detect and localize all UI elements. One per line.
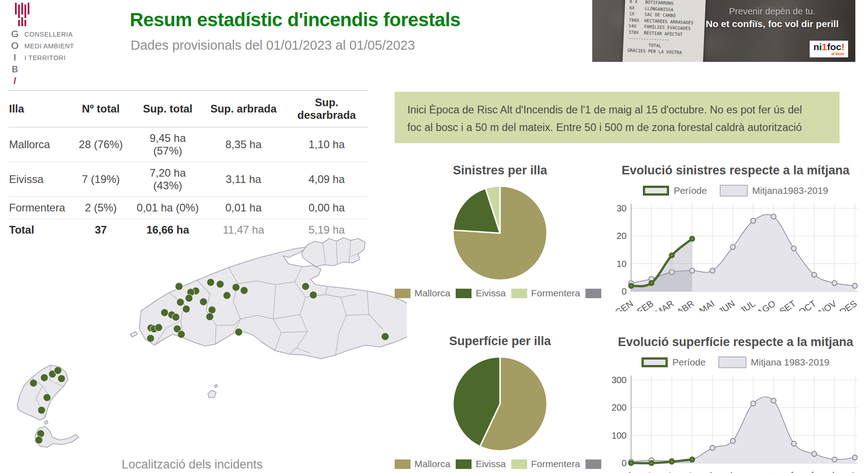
incident-dot-mallorca bbox=[206, 313, 214, 321]
svg-text:0: 0 bbox=[622, 286, 627, 296]
mean-area bbox=[631, 397, 855, 463]
svg-text:DES: DES bbox=[838, 470, 859, 473]
legend-item-Formentera: Formentera bbox=[511, 459, 580, 469]
col-illa: Illa bbox=[8, 91, 68, 127]
incident-dot-mallorca bbox=[235, 328, 243, 336]
table-row-eivissa: Eivissa 7 (19%) 7,20 ha (43%) 3,11 ha 4,… bbox=[8, 162, 368, 197]
legend-label: Formentera bbox=[531, 459, 580, 469]
svg-text:200: 200 bbox=[612, 403, 627, 412]
legend-swatch bbox=[718, 356, 746, 368]
incident-dot-mallorca bbox=[382, 333, 389, 341]
incident-dot-mallorca bbox=[223, 292, 231, 300]
legend-swatch bbox=[395, 459, 410, 469]
legend-item-Mallorca: Mallorca bbox=[395, 459, 450, 469]
svg-text:GEN: GEN bbox=[613, 298, 635, 311]
pie-superficie-block: Superfície per illa MallorcaEivissaForme… bbox=[398, 334, 602, 469]
line-superficie-legend: PeríodeMitjana 1983-2019 bbox=[605, 356, 866, 368]
banner-slogan: Prevenir depèn de tu. No et confiïs, foc… bbox=[700, 6, 844, 29]
legend-item-Eivissa: Eivissa bbox=[456, 459, 506, 469]
legend-item-Mallorca: Mallorca bbox=[395, 288, 450, 299]
dragonera-outline bbox=[130, 332, 137, 337]
incident-dot-mallorca bbox=[200, 298, 208, 306]
incident-dot-mallorca bbox=[175, 283, 183, 290]
svg-text:MAI: MAI bbox=[698, 470, 717, 473]
pie-superficie-legend: MallorcaEivissaFormentera bbox=[398, 459, 602, 469]
goib-flag-icon bbox=[14, 3, 35, 27]
legend-swatch bbox=[642, 357, 668, 367]
legend-item-Formentera: Formentera bbox=[511, 288, 580, 299]
line-superficie-chart: 0100200300GENFEBMARABRMAIJUNJULAGOSETOCT… bbox=[605, 370, 861, 473]
dashboard-page: G O I B / CONSELLERIA MEDI AMBIENT I TER… bbox=[0, 0, 868, 473]
table-row-mallorca: Mallorca 28 (76%) 9,45 ha (57%) 8,35 ha … bbox=[8, 127, 368, 162]
svg-text:AGO: AGO bbox=[755, 470, 777, 473]
legend-label: Eivissa bbox=[476, 459, 506, 469]
incident-dot-mallorca bbox=[177, 299, 184, 306]
col-sup-total: Sup. total bbox=[134, 91, 202, 127]
svg-text:NOV: NOV bbox=[816, 298, 839, 311]
svg-text:MAR: MAR bbox=[653, 298, 675, 311]
legend-item-Mitjana1983-2019: Mitjana1983-2019 bbox=[720, 185, 828, 197]
svg-text:AGO: AGO bbox=[755, 298, 777, 311]
campaign-banner: 8 X BOTIFARRONS 6X LLONGANISSA 1X SAC DE… bbox=[592, 0, 855, 62]
incident-dot-eivissa bbox=[38, 407, 46, 414]
pie-sinistres-legend: MallorcaEivissaFormentera bbox=[398, 288, 602, 299]
legend-item-Període: Període bbox=[643, 185, 707, 196]
svg-text:FEB: FEB bbox=[635, 298, 655, 311]
col-n-total: Nº total bbox=[68, 91, 134, 127]
legend-swatch bbox=[585, 289, 601, 298]
svg-text:300: 300 bbox=[612, 375, 627, 385]
legend-label: Mallorca bbox=[415, 288, 450, 299]
incident-dot-mallorca bbox=[241, 287, 248, 295]
map-caption: Localització dels incidents bbox=[9, 458, 375, 472]
legend-swatch bbox=[585, 459, 601, 469]
svg-text:GEN: GEN bbox=[613, 470, 635, 473]
col-sup-arbrada: Sup. arbrada bbox=[202, 91, 285, 127]
pie-sinistres-title: Sinistres per illa bbox=[398, 164, 602, 178]
cabrera-outline bbox=[208, 390, 216, 398]
svg-text:JUN: JUN bbox=[717, 298, 736, 311]
legend-item-Període: Període bbox=[642, 357, 706, 368]
legend-label: Període bbox=[672, 357, 706, 368]
receipt-image: 8 X BOTIFARRONS 6X LLONGANISSA 1X SAC DE… bbox=[623, 0, 706, 62]
svg-text:NOV: NOV bbox=[816, 470, 839, 473]
menorca-outline bbox=[302, 238, 365, 267]
svg-text:ABR: ABR bbox=[675, 298, 696, 311]
line-sinistres-legend: PeríodeMitjana1983-2019 bbox=[605, 185, 866, 197]
svg-text:JUN: JUN bbox=[717, 470, 736, 473]
incident-dot-mallorca bbox=[155, 324, 163, 332]
svg-text:SET: SET bbox=[778, 470, 797, 473]
legend-item-Mitjana 1983-2019: Mitjana 1983-2019 bbox=[718, 356, 830, 368]
svg-text:OCT: OCT bbox=[797, 298, 818, 311]
incident-dot-mallorca bbox=[217, 281, 224, 288]
legend-swatch bbox=[511, 289, 527, 298]
svg-text:0: 0 bbox=[622, 458, 627, 468]
fire-risk-alert: Inici Època de Risc Alt d'Incendis de l'… bbox=[395, 92, 840, 143]
incident-dot-formentera bbox=[35, 436, 43, 444]
legend-swatch bbox=[456, 459, 472, 469]
incident-dot-mallorca bbox=[310, 291, 317, 299]
svg-text:JUL: JUL bbox=[738, 298, 757, 311]
incident-dot-mallorca bbox=[302, 283, 310, 290]
incident-dot-eivissa bbox=[30, 379, 38, 387]
page-title: Resum estadístic d'incendis forestals bbox=[130, 9, 460, 31]
svg-text:10: 10 bbox=[617, 259, 627, 269]
pie-superficie-chart bbox=[448, 352, 552, 456]
incident-dot-eivissa bbox=[58, 375, 66, 383]
incident-dot-eivissa bbox=[43, 394, 51, 402]
incident-dot-eivissa bbox=[41, 374, 48, 382]
legend-item-Eivissa: Eivissa bbox=[456, 288, 506, 299]
legend-label: Període bbox=[674, 185, 707, 196]
legend-swatch bbox=[643, 186, 669, 196]
svg-text:FEB: FEB bbox=[635, 470, 655, 473]
page-subtitle: Dades provisionals del 01/01/2023 al 01/… bbox=[131, 38, 415, 53]
legend-item-unlabeled bbox=[585, 459, 605, 469]
goib-slash: / bbox=[8, 75, 22, 87]
legend-label: Eivissa bbox=[476, 288, 506, 299]
balearic-islands-map bbox=[9, 194, 407, 456]
incident-dot-mallorca bbox=[178, 331, 185, 338]
incident-dot-eivissa bbox=[54, 367, 62, 375]
table-header-row: Illa Nº total Sup. total Sup. arbrada Su… bbox=[8, 91, 368, 127]
line-sinistres-title: Evolució sinistres respecte a la mitjana bbox=[605, 164, 866, 178]
legend-label: Mitjana1983-2019 bbox=[752, 185, 828, 196]
pie-superficie-title: Superfície per illa bbox=[398, 334, 602, 348]
